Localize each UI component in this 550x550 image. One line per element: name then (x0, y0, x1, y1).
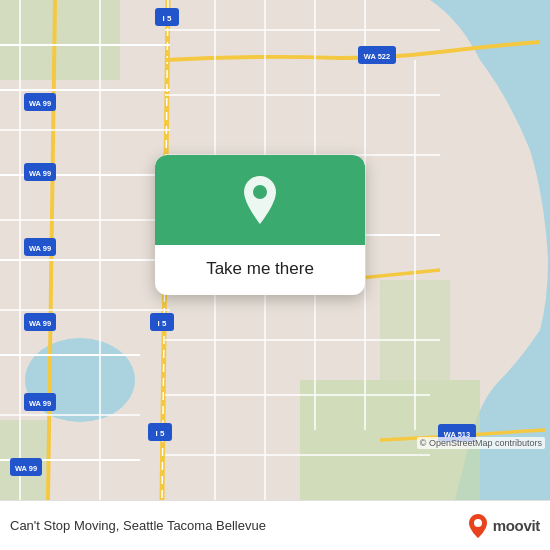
svg-text:WA 99: WA 99 (29, 99, 51, 108)
card-header (155, 155, 365, 245)
svg-point-60 (474, 519, 482, 527)
svg-text:WA 99: WA 99 (15, 464, 37, 473)
svg-rect-2 (0, 0, 120, 80)
svg-text:WA 99: WA 99 (29, 399, 51, 408)
svg-text:I 5: I 5 (163, 14, 172, 23)
svg-text:I 5: I 5 (156, 429, 165, 438)
moovit-logo: moovit (467, 513, 540, 539)
map-attribution: © OpenStreetMap contributors (417, 437, 545, 449)
svg-text:WA 522: WA 522 (364, 52, 390, 61)
svg-text:WA 99: WA 99 (29, 319, 51, 328)
svg-text:I 5: I 5 (158, 319, 167, 328)
svg-text:WA 99: WA 99 (29, 244, 51, 253)
moovit-brand-text: moovit (493, 517, 540, 534)
location-pin-icon (238, 174, 282, 226)
bottom-bar: Can't Stop Moving, Seattle Tacoma Bellev… (0, 500, 550, 550)
take-me-there-button[interactable]: Take me there (206, 259, 314, 279)
svg-point-59 (253, 185, 267, 199)
app-title: Can't Stop Moving, Seattle Tacoma Bellev… (10, 518, 266, 533)
svg-text:WA 99: WA 99 (29, 169, 51, 178)
map: I 5 I 5 I 5 I 5 WA 99 WA 99 WA 99 WA 99 … (0, 0, 550, 500)
destination-card: Take me there (155, 155, 365, 295)
moovit-pin-icon (467, 513, 489, 539)
